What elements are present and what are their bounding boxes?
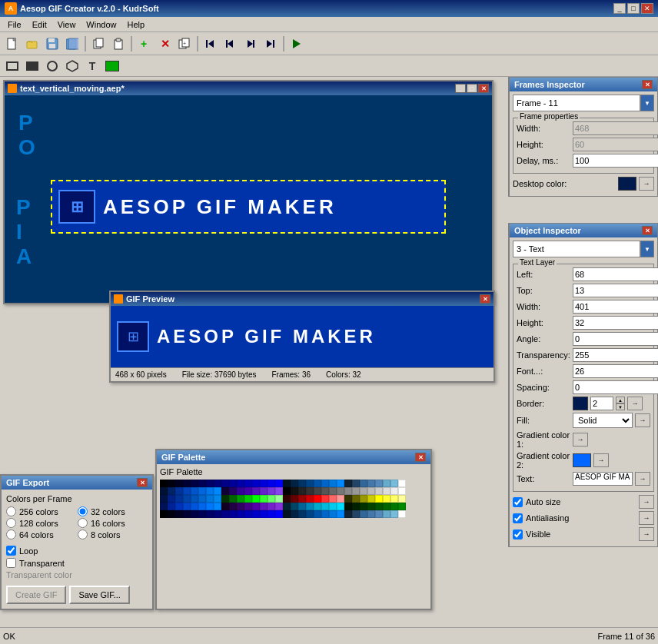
palette-color-cell[interactable] xyxy=(244,487,252,495)
palette-color-cell[interactable] xyxy=(337,495,344,503)
palette-color-cell[interactable] xyxy=(291,503,298,510)
palette-color-cell[interactable] xyxy=(360,487,367,495)
palette-color-cell[interactable] xyxy=(229,510,237,518)
gif-palette-close[interactable]: ✕ xyxy=(415,453,426,462)
frame-selector-dropdown-btn[interactable]: ▼ xyxy=(640,95,654,111)
palette-color-cell[interactable] xyxy=(291,510,298,518)
palette-color-cell[interactable] xyxy=(367,503,375,510)
palette-color-cell[interactable] xyxy=(237,487,244,495)
palette-color-cell[interactable] xyxy=(275,495,283,503)
anim-window-controls[interactable]: _ □ ✕ xyxy=(455,84,489,93)
palette-color-cell[interactable] xyxy=(214,510,221,518)
palette-color-cell[interactable] xyxy=(375,503,383,510)
gradient2-color-swatch[interactable] xyxy=(573,453,591,467)
palette-color-cell[interactable] xyxy=(383,503,390,510)
palette-color-cell[interactable] xyxy=(321,495,329,503)
palette-color-cell[interactable] xyxy=(329,510,337,518)
desktop-color-arrow[interactable]: → xyxy=(639,177,654,191)
palette-color-cell[interactable] xyxy=(198,503,206,510)
palette-color-cell[interactable] xyxy=(168,503,175,510)
palette-color-cell[interactable] xyxy=(214,495,221,503)
palette-color-cell[interactable] xyxy=(268,510,275,518)
64-colors-option[interactable]: 64 colors xyxy=(6,529,76,539)
palette-color-cell[interactable] xyxy=(160,510,168,518)
palette-color-cell[interactable] xyxy=(221,480,229,487)
last-frame-button[interactable] xyxy=(261,35,280,53)
palette-color-cell[interactable] xyxy=(260,495,268,503)
minimize-button[interactable]: _ xyxy=(613,3,626,14)
menu-help[interactable]: Help xyxy=(122,18,149,31)
palette-color-cell[interactable] xyxy=(398,503,406,510)
palette-color-cell[interactable] xyxy=(306,480,314,487)
palette-color-cell[interactable] xyxy=(344,495,352,503)
128-colors-radio[interactable] xyxy=(6,518,16,528)
border-up[interactable]: ▲ xyxy=(616,397,625,403)
palette-color-cell[interactable] xyxy=(398,487,406,495)
obj-height-input[interactable] xyxy=(573,316,658,330)
palette-color-cell[interactable] xyxy=(214,487,221,495)
palette-color-cell[interactable] xyxy=(314,480,321,487)
object-inspector-close[interactable]: ✕ xyxy=(642,226,653,235)
menu-edit[interactable]: Edit xyxy=(28,18,52,31)
palette-color-cell[interactable] xyxy=(298,495,306,503)
palette-color-cell[interactable] xyxy=(252,480,260,487)
close-button[interactable]: ✕ xyxy=(641,3,653,14)
8-colors-option[interactable]: 8 colors xyxy=(78,529,148,539)
palette-color-cell[interactable] xyxy=(191,495,198,503)
angle-input[interactable] xyxy=(573,332,658,346)
palette-color-cell[interactable] xyxy=(206,495,214,503)
palette-color-cell[interactable] xyxy=(237,480,244,487)
palette-color-cell[interactable] xyxy=(175,480,183,487)
palette-color-cell[interactable] xyxy=(306,510,314,518)
palette-color-cell[interactable] xyxy=(268,495,275,503)
prev-frame-button[interactable] xyxy=(221,35,240,53)
palette-color-cell[interactable] xyxy=(191,480,198,487)
palette-color-cell[interactable] xyxy=(206,510,214,518)
palette-color-cell[interactable] xyxy=(352,503,360,510)
palette-color-cell[interactable] xyxy=(198,510,206,518)
text-tool[interactable]: T xyxy=(83,57,101,75)
palette-color-cell[interactable] xyxy=(306,503,314,510)
fill-dropdown[interactable]: Solid Gradient None xyxy=(573,413,633,428)
palette-color-cell[interactable] xyxy=(183,503,191,510)
palette-color-cell[interactable] xyxy=(390,487,398,495)
save-button[interactable] xyxy=(43,35,61,53)
palette-color-cell[interactable] xyxy=(268,503,275,510)
visible-arrow-btn[interactable]: → xyxy=(639,527,654,541)
create-gif-button[interactable]: Create GIF xyxy=(6,586,66,604)
128-colors-option[interactable]: 128 colors xyxy=(6,518,76,528)
palette-color-cell[interactable] xyxy=(337,503,344,510)
loop-checkbox[interactable] xyxy=(6,546,16,556)
palette-color-cell[interactable] xyxy=(283,510,291,518)
palette-color-cell[interactable] xyxy=(191,487,198,495)
palette-color-cell[interactable] xyxy=(244,480,252,487)
palette-color-cell[interactable] xyxy=(229,480,237,487)
palette-color-cell[interactable] xyxy=(168,510,175,518)
palette-color-cell[interactable] xyxy=(191,510,198,518)
palette-color-cell[interactable] xyxy=(260,503,268,510)
palette-color-cell[interactable] xyxy=(275,487,283,495)
gif-preview-close-btn[interactable]: ✕ xyxy=(480,294,490,304)
palette-color-cell[interactable] xyxy=(352,495,360,503)
palette-color-cell[interactable] xyxy=(275,510,283,518)
obj-width-input[interactable] xyxy=(573,300,658,314)
autosize-checkbox[interactable] xyxy=(513,497,523,507)
8-colors-radio[interactable] xyxy=(78,529,88,539)
animation-canvas[interactable]: P O P I A ⊞ AESOP GIF MAKER xyxy=(5,95,492,303)
palette-color-cell[interactable] xyxy=(375,495,383,503)
palette-color-cell[interactable] xyxy=(206,480,214,487)
palette-color-cell[interactable] xyxy=(314,487,321,495)
palette-color-cell[interactable] xyxy=(321,503,329,510)
palette-color-cell[interactable] xyxy=(321,510,329,518)
play-button[interactable] xyxy=(287,35,306,53)
anim-close-btn[interactable]: ✕ xyxy=(478,84,489,93)
duplicate-frame-button[interactable]: + xyxy=(175,35,194,53)
palette-color-cell[interactable] xyxy=(229,503,237,510)
palette-color-cell[interactable] xyxy=(206,487,214,495)
text-arrow-btn[interactable]: → xyxy=(635,472,650,486)
palette-color-cell[interactable] xyxy=(321,487,329,495)
palette-color-cell[interactable] xyxy=(168,480,175,487)
16-colors-option[interactable]: 16 colors xyxy=(78,518,148,528)
palette-color-cell[interactable] xyxy=(252,510,260,518)
visible-checkbox[interactable] xyxy=(513,529,523,539)
